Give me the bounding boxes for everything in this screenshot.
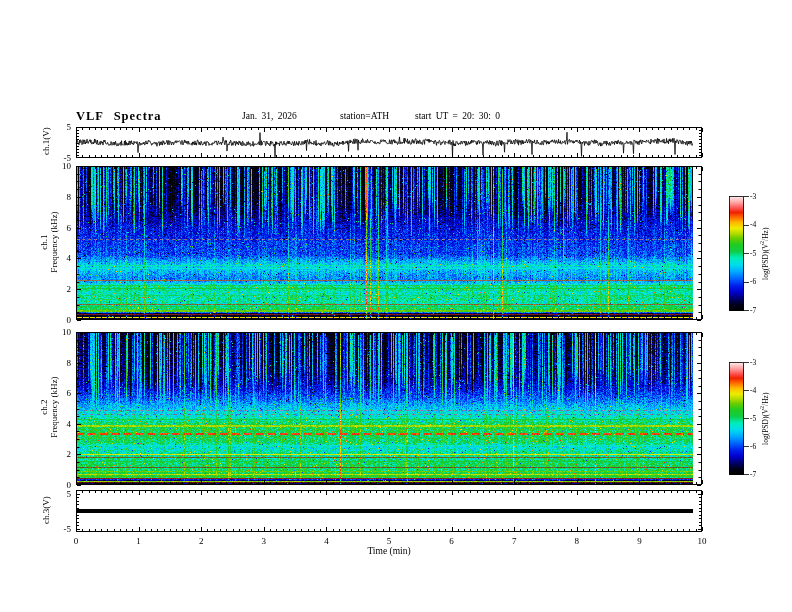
date-label: Jan. 31, 2026	[242, 111, 297, 121]
ch1-volt-tick-label: 5	[50, 122, 71, 132]
time-tick-label: 7	[504, 536, 524, 546]
time-tick-label: 0	[66, 536, 86, 546]
ch1-label-line1: ch.1	[39, 182, 49, 302]
time-tick-label: 3	[254, 536, 274, 546]
colorbar2-tick-label: -6	[750, 442, 766, 452]
colorbar2-tick-label: -5	[750, 414, 766, 424]
colorbar2	[729, 362, 744, 474]
ch2-freq-tick-label: 2	[50, 449, 71, 459]
ch1-freq-tick-label: 6	[50, 223, 71, 233]
ch1-spectrogram-panel	[76, 166, 702, 320]
page-title: VLF Spectra	[76, 109, 162, 124]
time-axis-label: Time (min)	[349, 546, 429, 556]
colorbar1	[729, 196, 744, 310]
ch2-freq-tick-label: 8	[50, 358, 71, 368]
ch1-waveform-panel	[76, 127, 702, 158]
ch1-freq-tick-label: 2	[50, 284, 71, 294]
station-label: station=ATH	[340, 111, 389, 121]
ch1-freq-tick-label: 4	[50, 253, 71, 263]
colorbar2-tick-label: -4	[750, 386, 766, 396]
ch3-waveform-panel	[76, 490, 702, 532]
time-tick-label: 6	[442, 536, 462, 546]
colorbar2-tick-label: -3	[750, 358, 766, 368]
ch3-volt-tick-label: -5	[50, 524, 71, 534]
colorbar1-tick-label: -3	[750, 192, 766, 202]
colorbar1-tick-label: -5	[750, 249, 766, 259]
ch1-volt-tick-label: -5	[50, 153, 71, 163]
colorbar1-tick-label: -7	[750, 306, 766, 316]
ch1-freq-tick-label: 0	[50, 315, 71, 325]
colorbar1-tick-label: -4	[750, 220, 766, 230]
time-tick-label: 5	[379, 536, 399, 546]
ch2-spectrogram-panel	[76, 332, 702, 485]
time-tick-label: 2	[191, 536, 211, 546]
time-tick-label: 8	[567, 536, 587, 546]
ch2-freq-tick-label: 4	[50, 419, 71, 429]
ch2-label-line1: ch.2	[39, 347, 49, 467]
colorbar1-tick-label: -6	[750, 277, 766, 287]
time-tick-label: 9	[629, 536, 649, 546]
vlf-spectra-figure: VLF Spectra Jan. 31, 2026 station=ATH st…	[0, 0, 792, 612]
ch2-freq-tick-label: 6	[50, 388, 71, 398]
time-tick-label: 4	[316, 536, 336, 546]
ch1-freq-tick-label: 8	[50, 192, 71, 202]
time-tick-label: 1	[129, 536, 149, 546]
ch2-freq-tick-label: 10	[50, 327, 71, 337]
start-ut-label: start UT = 20: 30: 0	[415, 111, 500, 121]
time-tick-label: 10	[692, 536, 712, 546]
colorbar2-tick-label: -7	[750, 470, 766, 480]
ch3-volt-tick-label: 5	[50, 489, 71, 499]
